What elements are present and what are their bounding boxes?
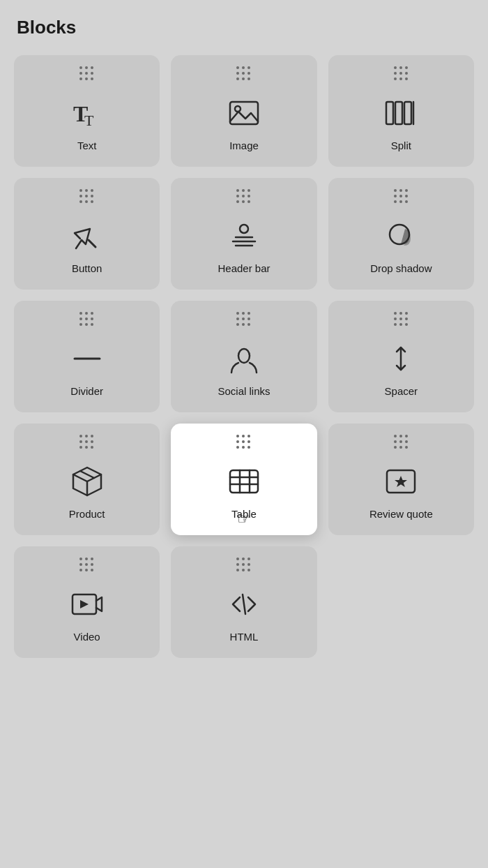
block-label-video: Video bbox=[74, 631, 100, 643]
svg-rect-2 bbox=[230, 102, 258, 124]
product-icon bbox=[68, 462, 107, 501]
svg-rect-5 bbox=[395, 102, 402, 124]
drag-handle-header-bar bbox=[236, 189, 251, 204]
block-label-social-links: Social links bbox=[218, 385, 270, 397]
block-card-header-bar[interactable]: Header bar bbox=[171, 178, 317, 290]
cursor-hand-icon: ☞ bbox=[237, 510, 251, 528]
review-quote-icon bbox=[381, 462, 420, 501]
block-label-spacer: Spacer bbox=[385, 385, 418, 397]
spacer-icon bbox=[381, 339, 420, 378]
drag-handle-divider bbox=[79, 312, 94, 327]
svg-line-8 bbox=[89, 240, 96, 247]
block-card-spacer[interactable]: Spacer bbox=[328, 301, 474, 412]
svg-marker-23 bbox=[395, 476, 407, 487]
block-card-social-links[interactable]: Social links bbox=[171, 301, 317, 412]
drag-handle-spacer bbox=[394, 312, 409, 327]
block-card-text[interactable]: T T Text bbox=[14, 55, 160, 167]
svg-marker-25 bbox=[80, 600, 89, 608]
svg-rect-17 bbox=[230, 470, 258, 493]
drag-handle-text bbox=[79, 66, 94, 81]
block-card-html[interactable]: HTML bbox=[171, 546, 317, 658]
drag-handle-review-quote bbox=[394, 435, 409, 449]
block-card-divider[interactable]: Divider bbox=[14, 301, 160, 412]
table-icon bbox=[224, 462, 264, 501]
html-icon bbox=[224, 585, 264, 624]
text-icon: T T bbox=[68, 93, 107, 133]
block-label-header-bar: Header bar bbox=[218, 262, 270, 274]
block-label-split: Split bbox=[391, 140, 411, 151]
divider-icon bbox=[68, 339, 107, 378]
drag-handle-product bbox=[79, 435, 94, 449]
drag-handle-social-links bbox=[236, 312, 251, 327]
social-links-icon bbox=[224, 339, 264, 378]
drag-handle-table bbox=[236, 435, 251, 449]
block-label-html: HTML bbox=[230, 631, 259, 643]
svg-point-9 bbox=[240, 225, 248, 233]
svg-rect-4 bbox=[386, 102, 393, 124]
block-card-drop-shadow[interactable]: Drop shadow bbox=[328, 178, 474, 290]
block-card-video[interactable]: Video bbox=[14, 546, 160, 658]
drop-shadow-icon bbox=[381, 216, 420, 255]
blocks-grid: T T Text Image bbox=[14, 55, 474, 658]
drag-handle-video bbox=[79, 558, 94, 572]
block-label-review-quote: Review quote bbox=[369, 508, 433, 520]
video-icon bbox=[68, 585, 107, 624]
svg-rect-6 bbox=[404, 102, 411, 124]
block-label-text: Text bbox=[77, 140, 97, 151]
svg-line-26 bbox=[243, 594, 245, 614]
button-icon bbox=[68, 216, 107, 255]
drag-handle-drop-shadow bbox=[394, 189, 409, 204]
block-label-divider: Divider bbox=[70, 385, 103, 397]
page-title: Blocks bbox=[14, 17, 474, 38]
drag-handle-split bbox=[394, 66, 409, 81]
block-label-button: Button bbox=[72, 262, 102, 274]
drag-handle-html bbox=[236, 558, 251, 572]
image-icon bbox=[224, 93, 264, 133]
block-card-review-quote[interactable]: Review quote bbox=[328, 424, 474, 535]
block-card-button[interactable]: Button bbox=[14, 178, 160, 290]
block-label-drop-shadow: Drop shadow bbox=[370, 262, 432, 274]
header-bar-icon bbox=[224, 216, 264, 255]
block-label-image: Image bbox=[229, 140, 259, 151]
drag-handle-button bbox=[79, 189, 94, 204]
block-card-image[interactable]: Image bbox=[171, 55, 317, 167]
split-icon bbox=[381, 93, 420, 133]
block-card-split[interactable]: Split bbox=[328, 55, 474, 167]
block-card-product[interactable]: Product bbox=[14, 424, 160, 535]
svg-point-3 bbox=[235, 106, 241, 112]
block-card-table[interactable]: Table ☞ bbox=[171, 424, 317, 535]
drag-handle-image bbox=[236, 66, 251, 81]
svg-text:T: T bbox=[84, 112, 94, 129]
block-label-product: Product bbox=[69, 508, 105, 520]
